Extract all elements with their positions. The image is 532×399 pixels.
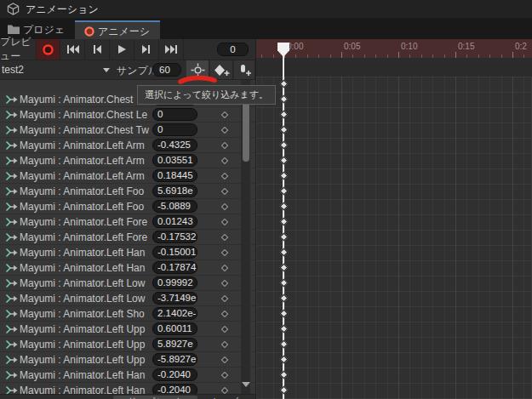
dopesheet-row[interactable] (256, 214, 532, 231)
keyframe-toggle-diamond[interactable] (221, 280, 228, 287)
property-row[interactable]: Mayumi : Animator.Left Han-0.15001 (0, 245, 255, 260)
keyframe-toggle-diamond[interactable] (221, 295, 228, 302)
keyframe-toggle-diamond[interactable] (221, 341, 228, 348)
property-row[interactable]: Mayumi : Animator.Left Han-0.2040 (0, 383, 255, 394)
dopesheet-row[interactable] (256, 138, 532, 154)
keyframe-toggle-diamond[interactable] (221, 387, 228, 394)
dopesheet-row[interactable] (256, 306, 532, 322)
go-to-beginning-button[interactable] (60, 39, 85, 60)
property-value-field[interactable]: 0.03551 (152, 154, 197, 167)
property-value-field[interactable]: -5.0889 (152, 200, 197, 213)
property-value-field[interactable]: -0.2040 (152, 384, 197, 394)
dopesheet-tab-button[interactable]: ドープシート (113, 396, 197, 399)
property-value-field[interactable]: 0 (152, 123, 197, 136)
property-value-field[interactable]: 0.99992 (152, 276, 197, 289)
property-value-field[interactable]: 0.60011 (152, 322, 197, 335)
dopesheet-row[interactable] (256, 184, 532, 200)
property-value-field[interactable]: 2.1402e- (152, 307, 197, 320)
keyframe-toggle-diamond[interactable] (221, 142, 228, 149)
keyframe-toggle-diamond[interactable] (221, 372, 228, 379)
dopesheet-row[interactable] (256, 322, 532, 338)
property-value-field[interactable]: 0.18445 (152, 169, 197, 182)
dopesheet-row[interactable] (256, 77, 532, 93)
property-row[interactable]: Mayumi : Animator.Left Foo5.6918e (0, 184, 255, 199)
property-value-field[interactable]: -0.17874 (152, 261, 197, 274)
property-row[interactable]: Mayumi : Animator.Left Upp5.8927e (0, 337, 255, 352)
ruler-tick (307, 54, 308, 58)
property-row[interactable]: Mayumi : Animator.Left Arm0.18445 (0, 168, 255, 184)
play-button[interactable] (110, 39, 134, 60)
keyframe-toggle-diamond[interactable] (221, 326, 228, 333)
property-value-field[interactable]: 0 (152, 108, 197, 121)
chevron-down-icon[interactable] (103, 68, 110, 72)
dopesheet-row[interactable] (256, 337, 532, 353)
dopesheet-row[interactable] (256, 199, 532, 215)
curves-tab-button[interactable]: カーブ (201, 396, 248, 399)
next-key-button[interactable] (134, 39, 159, 60)
property-row[interactable]: Mayumi : Animator.Left Arm0.03551 (0, 153, 255, 168)
property-label: Mayumi : Animator.Left Sho (20, 308, 152, 320)
keyframe-toggle-diamond[interactable] (221, 219, 228, 225)
add-event-button[interactable] (234, 60, 255, 79)
property-value-field[interactable]: -5.8927e (152, 353, 197, 366)
property-row[interactable]: Mayumi : Animator.Left Fore0.01243 (0, 214, 255, 230)
dopesheet-row[interactable] (256, 352, 532, 368)
property-row[interactable]: Mayumi : Animator.Left Upp0.60011 (0, 322, 255, 337)
keyframe-toggle-diamond[interactable] (221, 188, 228, 195)
property-value-field[interactable]: -0.2040 (152, 368, 197, 381)
go-to-end-button[interactable] (159, 39, 184, 60)
dopesheet-area[interactable]: 0:000:050:100:150:2 (255, 39, 532, 399)
property-row[interactable]: Mayumi : Animator.Left Low-3.7149e (0, 291, 255, 306)
keyframe-toggle-diamond[interactable] (221, 157, 228, 164)
property-row[interactable]: Mayumi : Animator.Left Sho2.1402e- (0, 306, 255, 322)
window-titlebar[interactable]: アニメーション (0, 0, 532, 19)
property-row[interactable]: Mayumi : Animator.Left Arm-0.4325 (0, 138, 255, 153)
property-row[interactable]: Mayumi : Animator.Left Han-0.17874 (0, 260, 255, 276)
dopesheet-row[interactable] (256, 276, 532, 292)
dopesheet-row[interactable] (256, 291, 532, 307)
dopesheet-row[interactable] (256, 92, 532, 108)
tab-animation[interactable]: アニメーション (75, 20, 160, 39)
property-value-field[interactable]: 0.01243 (152, 215, 197, 228)
property-value-field[interactable]: 5.8927e (152, 338, 197, 351)
dopesheet-row[interactable] (256, 230, 532, 246)
keyframe-toggle-diamond[interactable] (221, 111, 228, 118)
keyframe-toggle-diamond[interactable] (221, 234, 228, 241)
property-value-field[interactable]: -0.17532 (152, 231, 197, 243)
property-row[interactable]: Mayumi : Animator.Chest Le0 (0, 107, 255, 123)
property-value-field[interactable]: -0.4325 (152, 139, 197, 151)
keyframe-toggle-diamond[interactable] (221, 173, 228, 180)
property-row[interactable]: Mayumi : Animator.Left Fore-0.17532 (0, 230, 255, 245)
keyframe-toggle-diamond[interactable] (221, 311, 228, 317)
property-row[interactable]: Mayumi : Animator.Chest Tw0 (0, 123, 255, 138)
dopesheet-row[interactable] (256, 245, 532, 261)
keyframe-toggle-diamond[interactable] (221, 249, 228, 256)
keyframe-toggle-diamond[interactable] (221, 265, 228, 271)
dopesheet-row[interactable] (256, 260, 532, 276)
dopesheet-row[interactable] (256, 168, 532, 185)
property-row[interactable]: Mayumi : Animator.Left Han-0.2040 (0, 368, 255, 383)
dopesheet-row[interactable] (256, 368, 532, 384)
property-row[interactable]: Mayumi : Animator.Left Upp-5.8927e (0, 352, 255, 368)
property-value-field[interactable]: -3.7149e (152, 292, 197, 305)
timeline-ruler[interactable]: 0:000:050:100:150:2 (256, 39, 532, 58)
dopesheet-row[interactable] (256, 123, 532, 139)
keyframe-toggle-diamond[interactable] (221, 203, 228, 210)
record-button[interactable] (37, 39, 60, 60)
dopesheet-row[interactable] (256, 107, 532, 123)
keyframe-toggle-diamond[interactable] (221, 127, 228, 134)
property-value-field[interactable]: 5.6918e (152, 185, 197, 197)
frame-field[interactable]: 0 (217, 43, 249, 56)
previous-key-button[interactable] (85, 39, 110, 60)
sample-field[interactable]: 60 (152, 63, 181, 77)
scroll-down-icon[interactable] (242, 382, 250, 387)
property-row[interactable]: Mayumi : Animator.Left Low0.99992 (0, 276, 255, 291)
property-row[interactable]: Mayumi : Animator.Left Foo-5.0889 (0, 199, 255, 214)
dopesheet-row[interactable] (256, 153, 532, 169)
preview-toggle-button[interactable]: プレビュー (0, 39, 37, 60)
property-value-field[interactable]: -0.15001 (152, 246, 197, 259)
grid-line (273, 77, 274, 399)
keyframe-toggle-diamond[interactable] (221, 356, 228, 363)
clip-dropdown[interactable]: test2 (2, 64, 24, 76)
dopesheet-row[interactable] (256, 383, 532, 399)
